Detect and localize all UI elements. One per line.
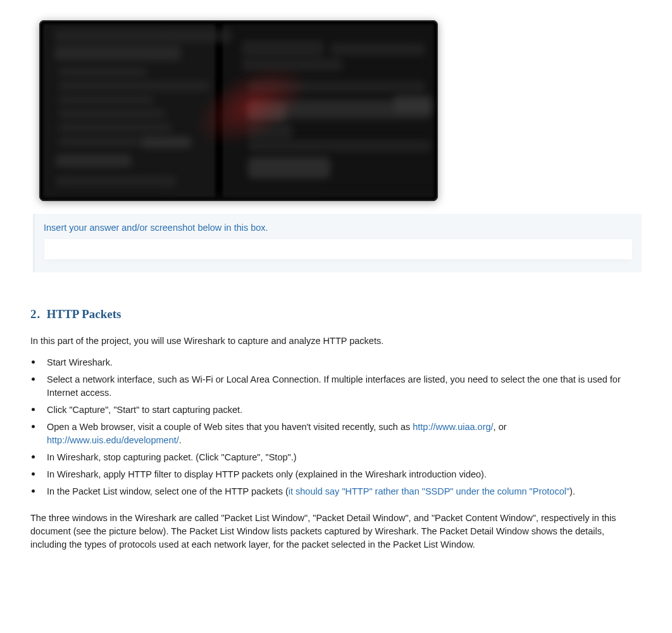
section-title: HTTP Packets xyxy=(47,307,121,321)
list-item-text: , or xyxy=(494,422,507,432)
list-item: Start Wireshark. xyxy=(30,354,642,371)
list-item-text: . xyxy=(179,435,182,445)
link-uis-development[interactable]: http://www.uis.edu/development/ xyxy=(47,435,179,445)
intro-paragraph: In this part of the project, you will us… xyxy=(30,335,642,348)
answer-box-hint: Insert your answer and/or screenshot bel… xyxy=(44,221,633,235)
list-item-text: ). xyxy=(569,486,575,496)
protocol-note: it should say "HTTP" rather than "SSDP" … xyxy=(289,486,569,496)
list-item-text: Open a Web browser, visit a couple of We… xyxy=(47,422,413,432)
list-item-text: In the Packet List window, select one of… xyxy=(47,486,289,496)
answer-input[interactable] xyxy=(44,238,633,260)
list-item-text: Click "Capture", "Start" to start captur… xyxy=(47,405,242,415)
list-item: Click "Capture", "Start" to start captur… xyxy=(30,402,642,419)
list-item-text: In Wireshark, apply HTTP filter to displ… xyxy=(47,469,487,479)
list-item: Select a network interface, such as Wi-F… xyxy=(30,371,642,402)
screenshot-figure xyxy=(30,0,642,201)
explanatory-paragraph: The three windows in the Wireshark are c… xyxy=(30,512,642,551)
list-item: In Wireshark, stop capturing packet. (Cl… xyxy=(30,449,642,466)
section-heading: 2. HTTP Packets xyxy=(30,305,642,323)
section-number: 2. xyxy=(30,307,40,321)
list-item: In the Packet List window, select one of… xyxy=(30,483,642,500)
list-item-text: Start Wireshark. xyxy=(47,357,113,367)
list-item: Open a Web browser, visit a couple of We… xyxy=(30,419,642,449)
list-item-text: Select a network interface, such as Wi-F… xyxy=(47,374,621,398)
answer-box: Insert your answer and/or screenshot bel… xyxy=(33,214,642,273)
blurred-terminal-image xyxy=(39,20,438,201)
instruction-list: Start Wireshark. Select a network interf… xyxy=(30,354,642,500)
link-uiaa[interactable]: http://www.uiaa.org/ xyxy=(413,422,493,432)
list-item-text: In Wireshark, stop capturing packet. (Cl… xyxy=(47,452,297,462)
list-item: In Wireshark, apply HTTP filter to displ… xyxy=(30,466,642,483)
